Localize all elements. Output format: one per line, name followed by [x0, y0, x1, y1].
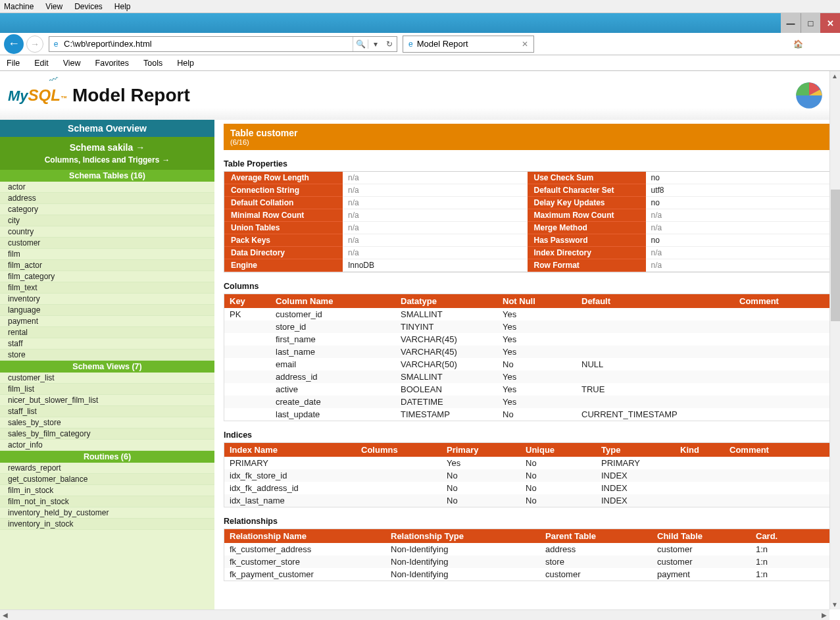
close-button[interactable]: ✕: [820, 13, 840, 33]
sidebar-routine-inventory_held_by_customer[interactable]: inventory_held_by_customer: [0, 507, 214, 519]
cell: No: [520, 482, 596, 494]
arrow-icon: →: [162, 155, 170, 165]
report-header: 〰 MySQL™ Model Report: [0, 71, 840, 120]
vertical-scrollbar[interactable]: ▲ ▼: [829, 71, 840, 609]
close-tab-icon[interactable]: ✕: [522, 39, 528, 49]
cell: [734, 383, 830, 396]
col-header: Child Table: [652, 529, 751, 543]
prop-label: Default Collation: [224, 197, 343, 209]
browser-tab[interactable]: e Model Report ✕: [403, 36, 534, 53]
horizontal-scrollbar[interactable]: ◀ ▶: [0, 609, 829, 620]
sidebar-table-payment[interactable]: payment: [0, 316, 214, 327]
cell: [224, 346, 270, 358]
vm-menu-devices[interactable]: Devices: [74, 2, 103, 11]
col-header: Key: [224, 294, 270, 308]
prop-value: no: [646, 197, 831, 209]
col-header: Default: [576, 294, 734, 308]
settings-icon[interactable]: ⚙: [824, 39, 831, 49]
cell: store: [540, 555, 652, 568]
sidebar-routine-rewards_report[interactable]: rewards_report: [0, 463, 214, 474]
page-title: Model Report: [72, 85, 190, 106]
cell: [724, 469, 830, 482]
ie-menu-file[interactable]: File: [7, 59, 20, 68]
sidebar-table-film_category[interactable]: film_category: [0, 271, 214, 282]
minimize-button[interactable]: —: [781, 13, 801, 33]
sidebar-view-film_list[interactable]: film_list: [0, 384, 214, 395]
sidebar-table-country[interactable]: country: [0, 226, 214, 238]
refresh-icon[interactable]: ↻: [382, 39, 397, 49]
vm-menu-view[interactable]: View: [45, 2, 62, 11]
address-bar[interactable]: e 🔍 ▾ ↻: [49, 36, 397, 52]
dropdown-icon[interactable]: ▾: [368, 39, 382, 49]
ie-menu-help[interactable]: Help: [177, 59, 194, 68]
search-icon[interactable]: 🔍: [353, 39, 368, 49]
cell: [724, 482, 830, 494]
sidebar-table-category[interactable]: category: [0, 204, 214, 215]
cell: PK: [224, 308, 270, 321]
scroll-up-icon[interactable]: ▲: [830, 72, 839, 80]
home-icon[interactable]: 🏠: [793, 39, 803, 49]
sidebar-table-store[interactable]: store: [0, 349, 214, 361]
sidebar-view-staff_list[interactable]: staff_list: [0, 406, 214, 417]
cell: [224, 371, 270, 383]
prop-label: Average Row Length: [224, 172, 343, 184]
scroll-left-icon[interactable]: ◀: [3, 611, 8, 619]
content-area: Table customer (6/16) Table Properties A…: [214, 120, 840, 620]
section-title-columns: Columns: [224, 282, 831, 291]
cell: [734, 346, 830, 358]
scrollbar-thumb[interactable]: [831, 190, 840, 321]
sidebar-view-sales_by_film_category[interactable]: sales_by_film_category: [0, 428, 214, 440]
back-button[interactable]: ←: [4, 34, 24, 54]
sidebar-table-inventory[interactable]: inventory: [0, 294, 214, 305]
cell: TIMESTAMP: [395, 408, 497, 421]
prop-value: n/a: [343, 209, 528, 222]
cell: 1:n: [751, 543, 830, 555]
prop-value: n/a: [343, 234, 528, 247]
cell: [675, 494, 724, 507]
table-title-header: Table customer (6/16): [224, 124, 831, 150]
forward-button[interactable]: →: [26, 36, 43, 53]
sidebar-table-film_actor[interactable]: film_actor: [0, 260, 214, 271]
sidebar-routine-inventory_in_stock[interactable]: inventory_in_stock: [0, 519, 214, 530]
ie-navbar: ← → e 🔍 ▾ ↻ e Model Report ✕ 🏠 ★ ⚙: [0, 33, 840, 55]
maximize-button[interactable]: □: [801, 13, 820, 33]
cell: [224, 396, 270, 408]
scroll-down-icon[interactable]: ▼: [830, 601, 839, 608]
cell: CURRENT_TIMESTAMP: [576, 408, 734, 421]
ie-menu-favorites[interactable]: Favorites: [95, 59, 129, 68]
cell: Yes: [497, 308, 576, 321]
ie-menu-view[interactable]: View: [63, 59, 81, 68]
cell: [734, 333, 830, 346]
arrow-right-icon: →: [30, 39, 39, 49]
sidebar-table-language[interactable]: language: [0, 305, 214, 316]
sidebar-routine-get_customer_balance[interactable]: get_customer_balance: [0, 474, 214, 485]
favorites-icon[interactable]: ★: [810, 39, 817, 49]
sidebar-table-film[interactable]: film: [0, 249, 214, 260]
sidebar-table-actor[interactable]: actor: [0, 182, 214, 193]
sidebar-view-sales_by_store[interactable]: sales_by_store: [0, 417, 214, 428]
sidebar-table-address[interactable]: address: [0, 193, 214, 204]
sidebar-table-city[interactable]: city: [0, 215, 214, 226]
ie-menu-edit[interactable]: Edit: [34, 59, 49, 68]
cell: [734, 396, 830, 408]
col-header: Comment: [724, 443, 830, 457]
sidebar-schema-block[interactable]: Schema sakila→ Columns, Indices and Trig…: [0, 137, 214, 170]
sidebar-table-customer[interactable]: customer: [0, 238, 214, 249]
sidebar-view-nicer_but_slower_film_list[interactable]: nicer_but_slower_film_list: [0, 395, 214, 406]
sidebar-table-film_text[interactable]: film_text: [0, 282, 214, 294]
sidebar-table-rental[interactable]: rental: [0, 327, 214, 338]
sidebar-view-customer_list[interactable]: customer_list: [0, 373, 214, 384]
sidebar-view-actor_info[interactable]: actor_info: [0, 440, 214, 451]
main-area: Schema Overview Schema sakila→ Columns, …: [0, 120, 840, 620]
vm-menu-machine[interactable]: Machine: [4, 2, 34, 11]
cell: VARCHAR(50): [395, 358, 497, 371]
sidebar-schema-sub: Columns, Indices and Triggers: [45, 155, 160, 165]
ie-menu-tools[interactable]: Tools: [143, 59, 162, 68]
vm-menu-help[interactable]: Help: [114, 2, 131, 11]
sidebar-routine-film_not_in_stock[interactable]: film_not_in_stock: [0, 496, 214, 507]
table-row: fk_customer_storeNon-Identifyingstorecus…: [224, 555, 830, 568]
scroll-right-icon[interactable]: ▶: [822, 611, 827, 619]
sidebar-routine-film_in_stock[interactable]: film_in_stock: [0, 485, 214, 496]
sidebar-table-staff[interactable]: staff: [0, 338, 214, 349]
url-input[interactable]: [62, 39, 353, 49]
